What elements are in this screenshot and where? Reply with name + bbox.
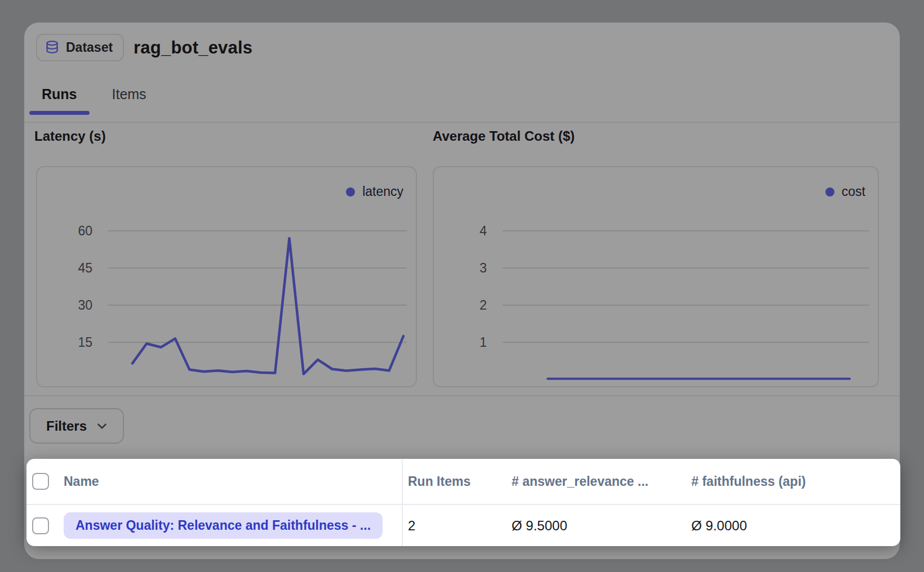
latency-legend-label: latency [362,184,403,199]
cost-legend-label: cost [842,184,865,199]
tab-bar-divider [24,122,900,123]
y-axis-tick-label: 60 [78,224,92,238]
tab-runs[interactable]: Runs [29,86,90,115]
table-header-row: Name Run Items # answer_relevance ... # … [26,459,900,505]
chevron-down-icon [95,419,109,434]
section-divider [24,395,900,396]
cost-chart: 4321 cost [433,166,879,387]
cost-chart-title: Average Total Cost ($) [433,128,575,144]
latency-series-line [132,238,403,374]
y-axis-tick-label: 3 [479,261,487,275]
row-checkbox[interactable] [32,517,49,534]
database-icon [45,40,60,55]
dataset-header: Dataset rag_bot_evals [36,34,252,61]
run-items-cell: 2 [402,505,507,546]
dataset-badge-label: Dataset [66,40,113,55]
latency-legend: latency [346,184,403,199]
y-axis-tick-label: 30 [78,298,92,312]
column-header-name: Name [64,459,402,504]
tab-bar: Runs Items [29,86,159,115]
faithfulness-cell: Ø 9.0000 [687,505,900,546]
cost-legend: cost [825,184,865,199]
column-header-run-items: Run Items [402,459,507,504]
cost-line-plot: 4321 [434,167,878,386]
y-axis-tick-label: 1 [479,335,487,350]
latency-legend-dot [346,187,355,196]
table-row: Answer Quality: Relevance and Faithfulne… [26,505,900,546]
page-title: rag_bot_evals [134,38,252,58]
y-axis-tick-label: 45 [78,261,92,275]
latency-chart: 60453015 latency [36,166,417,387]
run-name-link[interactable]: Answer Quality: Relevance and Faithfulne… [64,512,383,539]
filters-button-label: Filters [46,418,87,434]
runs-table: Name Run Items # answer_relevance ... # … [26,459,900,546]
answer-relevance-cell: Ø 9.5000 [507,505,687,546]
latency-line-plot: 60453015 [37,167,416,386]
y-axis-tick-label: 2 [479,298,487,312]
select-all-checkbox[interactable] [32,473,49,490]
filters-button[interactable]: Filters [29,408,124,444]
y-axis-tick-label: 15 [78,335,92,350]
dataset-detail-card: Dataset rag_bot_evals Runs Items Latency… [24,23,900,559]
latency-chart-title: Latency (s) [34,128,106,144]
column-header-answer-relevance: # answer_relevance ... [507,459,687,504]
tab-items[interactable]: Items [100,86,159,115]
y-axis-tick-label: 4 [479,224,487,238]
dataset-badge: Dataset [36,34,124,61]
column-header-faithfulness: # faithfulness (api) [687,459,900,504]
cost-legend-dot [825,187,834,196]
